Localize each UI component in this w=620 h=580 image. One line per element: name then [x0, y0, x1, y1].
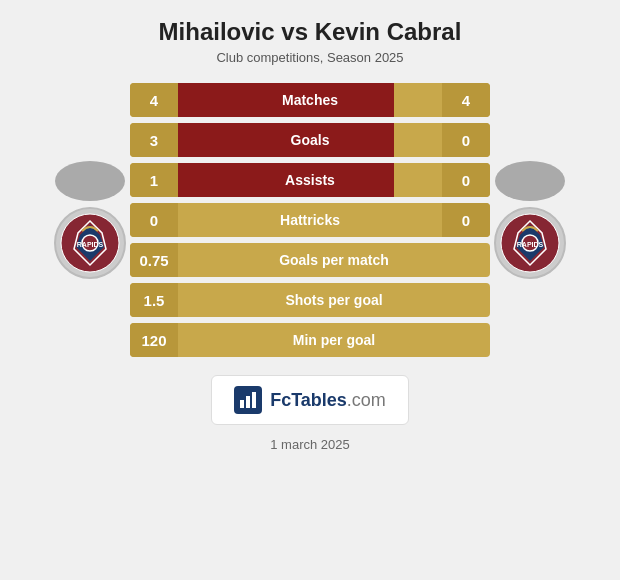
stat-row-2: 1Assists0 — [130, 163, 490, 197]
stat-right-val-2: 0 — [442, 163, 490, 197]
right-team-logo-svg: RAPIDS — [500, 213, 560, 273]
stat-right-val-0: 4 — [442, 83, 490, 117]
left-team-logo: RAPIDS — [54, 207, 126, 279]
main-content: RAPIDS 4Matches43Goals01Assists00Hattric… — [10, 83, 610, 357]
stat-row-1: 3Goals0 — [130, 123, 490, 157]
stat-label-0: Matches — [178, 92, 442, 108]
stat-label-3: Hattricks — [178, 212, 442, 228]
fctables-logo-svg — [238, 390, 258, 410]
right-ellipse-decoration — [495, 161, 565, 201]
stat-row-3: 0Hattricks0 — [130, 203, 490, 237]
stat-left-val-6: 120 — [130, 323, 178, 357]
stats-container: 4Matches43Goals01Assists00Hattricks00.75… — [130, 83, 490, 357]
svg-rect-7 — [246, 396, 250, 408]
stat-left-val-2: 1 — [130, 163, 178, 197]
footer-date: 1 march 2025 — [270, 437, 350, 452]
stat-label-6: Min per goal — [178, 332, 490, 348]
stat-left-val-1: 3 — [130, 123, 178, 157]
svg-text:RAPIDS: RAPIDS — [77, 241, 104, 248]
fctables-icon — [234, 386, 262, 414]
fctables-banner: FcTables.com — [211, 375, 409, 425]
stat-row-6: 120Min per goal — [130, 323, 490, 357]
stat-label-4: Goals per match — [178, 252, 490, 268]
stat-label-1: Goals — [178, 132, 442, 148]
fctables-brand: FcTables — [270, 390, 347, 410]
stat-left-val-0: 4 — [130, 83, 178, 117]
stat-label-2: Assists — [178, 172, 442, 188]
stat-right-val-3: 0 — [442, 203, 490, 237]
right-team-logo-area: RAPIDS — [490, 161, 570, 279]
right-team-logo: RAPIDS — [494, 207, 566, 279]
left-team-logo-svg: RAPIDS — [60, 213, 120, 273]
page-subtitle: Club competitions, Season 2025 — [216, 50, 403, 65]
stat-label-5: Shots per goal — [178, 292, 490, 308]
page-title: Mihailovic vs Kevin Cabral — [159, 18, 462, 46]
page-container: Mihailovic vs Kevin Cabral Club competit… — [0, 0, 620, 580]
stat-left-val-4: 0.75 — [130, 243, 178, 277]
left-team-logo-area: RAPIDS — [50, 161, 130, 279]
svg-rect-6 — [240, 400, 244, 408]
fctables-domain: .com — [347, 390, 386, 410]
fctables-text: FcTables.com — [270, 390, 386, 411]
stat-left-val-3: 0 — [130, 203, 178, 237]
stat-left-val-5: 1.5 — [130, 283, 178, 317]
stat-row-4: 0.75Goals per match — [130, 243, 490, 277]
stat-row-0: 4Matches4 — [130, 83, 490, 117]
svg-text:RAPIDS: RAPIDS — [517, 241, 544, 248]
left-ellipse-decoration — [55, 161, 125, 201]
svg-rect-8 — [252, 392, 256, 408]
stat-row-5: 1.5Shots per goal — [130, 283, 490, 317]
stat-right-val-1: 0 — [442, 123, 490, 157]
